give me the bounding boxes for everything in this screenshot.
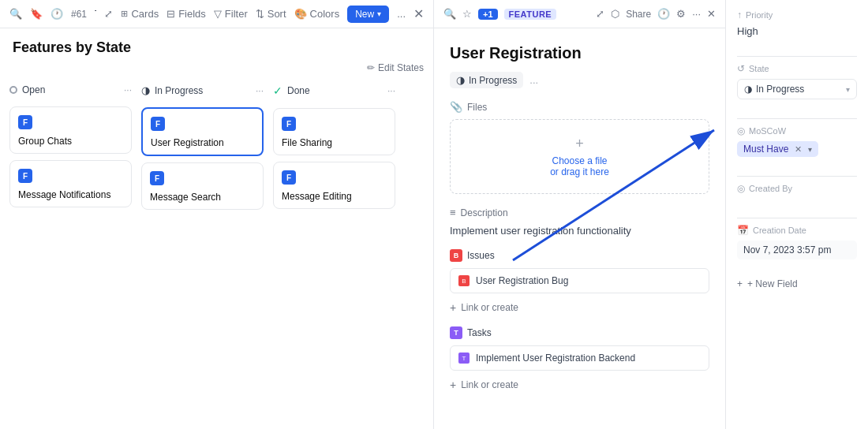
state-dropdown[interactable]: ◑ In Progress ▾	[737, 79, 857, 99]
sort-toggle[interactable]: ⇅ Sort	[256, 8, 286, 20]
card-feature-icon: F	[150, 171, 164, 185]
moscow-label: ◎ MoSCoW	[737, 125, 857, 136]
card-title: Message Search	[150, 192, 255, 203]
card-title: File Sharing	[282, 137, 387, 148]
card-group-chats[interactable]: F Group Chats	[9, 106, 132, 154]
column-header-open: Open ···	[9, 80, 132, 100]
card-feature-icon: F	[18, 115, 32, 129]
page-title: Features by State	[0, 28, 433, 62]
cards-toggle[interactable]: ⊞ Cards	[121, 8, 159, 20]
creation-date-value: Nov 7, 2023 3:57 pm	[737, 241, 857, 259]
moscow-clear-icon[interactable]: ✕	[795, 144, 802, 155]
detail-share-label[interactable]: Share	[626, 9, 651, 20]
file-drop-line1: Choose a file	[466, 155, 693, 166]
colors-toggle[interactable]: 🎨 Colors	[294, 8, 340, 20]
clock-icon[interactable]: 🕐	[51, 8, 63, 20]
card-message-notifications[interactable]: F Message Notifications	[9, 160, 132, 207]
priority-label: ↑ Priority	[737, 9, 857, 21]
card-feature-icon: F	[282, 117, 296, 131]
state-label: ↺ State	[737, 63, 857, 74]
tasks-type-icon: T	[450, 326, 462, 339]
column-in-progress-more[interactable]: ···	[256, 85, 264, 96]
column-open-more[interactable]: ···	[124, 84, 132, 95]
expand-icon[interactable]: ⤢	[104, 8, 113, 20]
created-by-property: ◎ Created By	[737, 183, 857, 199]
divider	[737, 118, 857, 119]
created-by-icon: ◎	[737, 183, 745, 194]
detail-close-icon[interactable]: ✕	[707, 8, 716, 20]
edit-states-button[interactable]: ✏ Edit States	[367, 62, 424, 73]
status-progress-icon: ◑	[456, 74, 465, 86]
task-item[interactable]: T Implement User Registration Backend	[450, 345, 709, 371]
issues-link-create[interactable]: + Link or create	[450, 298, 709, 317]
divider	[737, 56, 857, 57]
close-left-icon[interactable]: ✕	[413, 6, 424, 21]
in-progress-state-icon: ◑	[141, 84, 150, 96]
state-property: ↺ State ◑ In Progress ▾	[737, 63, 857, 99]
tasks-link-create[interactable]: + Link or create	[450, 375, 709, 394]
card-title: Group Chats	[18, 136, 123, 147]
detail-content: User Registration ◑ In Progress ... 📎 Fi…	[434, 28, 725, 429]
status-more-icon[interactable]: ...	[529, 74, 538, 86]
files-icon: 📎	[450, 101, 462, 113]
status-badge[interactable]: ◑ In Progress	[450, 72, 523, 88]
description-section: ≡ Description Implement user registratio…	[450, 207, 709, 237]
link-create-plus-icon: +	[450, 379, 456, 391]
detail-toolbar: 🔍 ☆ +1 FEATURE ⤢ ⬡ Share 🕐 ⚙ ··· ✕	[434, 0, 725, 28]
app-title: Team Messaging App D...	[95, 8, 96, 20]
detail-more-icon[interactable]: ···	[692, 8, 701, 20]
detail-clock-icon[interactable]: 🕐	[657, 8, 670, 20]
description-text[interactable]: Implement user registration functionalit…	[450, 225, 709, 237]
creation-date-property: 📅 Creation Date Nov 7, 2023 3:57 pm	[737, 225, 857, 259]
state-icon: ↺	[737, 63, 745, 74]
filter-toggle[interactable]: ▽ Filter	[214, 8, 248, 20]
column-done-more[interactable]: ···	[387, 85, 395, 96]
creation-date-icon: 📅	[737, 225, 749, 236]
detail-search-icon[interactable]: 🔍	[443, 8, 456, 20]
new-field-plus-icon: +	[737, 278, 743, 289]
detail-settings-icon[interactable]: ⚙	[676, 8, 686, 20]
fields-toggle[interactable]: ⊟ Fields	[166, 8, 206, 20]
tasks-header: T Tasks	[450, 326, 709, 339]
card-message-search[interactable]: F Message Search	[141, 162, 264, 210]
bookmark-icon[interactable]: 🔖	[30, 8, 43, 20]
search-icon[interactable]: 🔍	[9, 8, 22, 20]
card-file-sharing[interactable]: F File Sharing	[273, 108, 395, 155]
priority-property: ↑ Priority High	[737, 9, 857, 37]
detail-title: User Registration	[450, 44, 709, 62]
column-in-progress: ◑ In Progress ··· F User Registration F …	[141, 80, 264, 429]
card-message-editing[interactable]: F Message Editing	[273, 162, 395, 209]
properties-panel: ↑ Priority High ↺ State ◑ In Progress ▾ …	[726, 0, 868, 429]
description-icon: ≡	[450, 207, 456, 218]
detail-panel: 🔍 ☆ +1 FEATURE ⤢ ⬡ Share 🕐 ⚙ ··· ✕ User …	[434, 0, 726, 429]
state-progress-icon: ◑	[744, 84, 752, 95]
issues-type-icon: B	[450, 249, 462, 262]
task-item-title: Implement User Registration Backend	[476, 353, 635, 364]
moscow-property: ◎ MoSCoW Must Have ✕ ▾	[737, 125, 857, 157]
detail-feature-badge: FEATURE	[504, 9, 557, 20]
open-state-icon	[9, 86, 17, 94]
new-chevron-icon: ▾	[377, 9, 381, 18]
file-drop-zone[interactable]: + Choose a file or drag it here	[450, 119, 709, 194]
priority-value: High	[737, 25, 857, 37]
card-user-registration[interactable]: F User Registration	[141, 107, 264, 156]
task-item-type-icon: T	[458, 353, 470, 364]
detail-expand-icon[interactable]: ⤢	[596, 8, 604, 20]
new-field-button[interactable]: + + New Field	[737, 278, 857, 289]
issue-item-title: User Registration Bug	[476, 275, 568, 286]
divider	[737, 176, 857, 177]
column-done: ✓ Done ··· F File Sharing F Message Edit…	[273, 80, 395, 429]
done-state-icon: ✓	[273, 84, 282, 97]
moscow-icon: ◎	[737, 125, 745, 136]
pencil-icon: ✏	[367, 62, 375, 73]
file-drop-plus-icon: +	[466, 136, 693, 152]
priority-icon: ↑	[737, 9, 742, 21]
more-options-icon[interactable]: ...	[397, 8, 406, 20]
creation-date-label: 📅 Creation Date	[737, 225, 857, 236]
detail-share-icon[interactable]: ⬡	[611, 8, 619, 20]
issue-item[interactable]: B User Registration Bug	[450, 268, 709, 293]
column-header-done: ✓ Done ···	[273, 80, 395, 102]
moscow-chevron-icon[interactable]: ▾	[808, 145, 812, 154]
detail-star-icon[interactable]: ☆	[462, 8, 472, 20]
new-button[interactable]: New ▾	[347, 6, 389, 23]
